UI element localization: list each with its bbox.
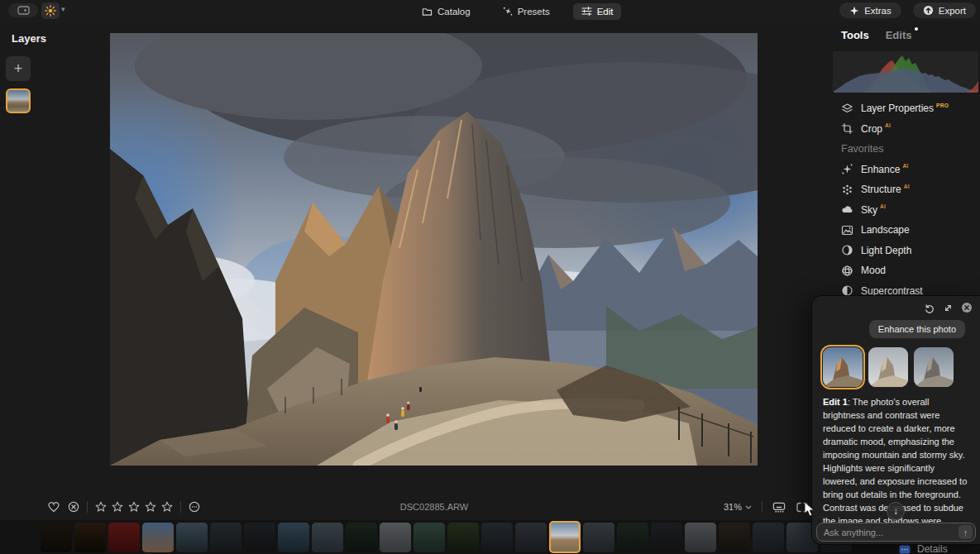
tool-item-enhance[interactable]: EnhanceAI	[831, 160, 980, 180]
tab-edit[interactable]: Edit	[573, 3, 622, 20]
filmstrip-thumb[interactable]	[278, 523, 309, 552]
thumb-dim-overlay	[515, 523, 547, 552]
histogram[interactable]	[833, 51, 978, 93]
star-icon[interactable]	[127, 500, 141, 513]
send-button[interactable]: ↑	[958, 525, 973, 539]
mood-icon	[841, 265, 853, 277]
sky-icon	[841, 203, 853, 216]
thumb-dim-overlay	[583, 523, 614, 552]
reject-icon[interactable]	[67, 500, 80, 513]
filmstrip-thumb[interactable]	[176, 523, 208, 552]
filmstrip-thumb[interactable]	[414, 523, 445, 552]
filmstrip-thumb[interactable]	[380, 523, 411, 552]
star-icon[interactable]	[111, 500, 124, 513]
add-layer-button[interactable]: +	[6, 56, 31, 81]
filmstrip-thumb[interactable]	[583, 523, 614, 552]
thumb-dim-overlay	[481, 523, 513, 552]
filmstrip-thumb-selected[interactable]	[549, 521, 581, 553]
ask-input[interactable]	[817, 528, 958, 537]
tab-presets[interactable]: Presets	[494, 2, 558, 20]
filmstrip-toggle-icon[interactable]	[772, 500, 786, 513]
filmstrip-thumb[interactable]	[142, 523, 174, 552]
ai-badge: AI	[904, 184, 910, 189]
divider	[762, 501, 762, 513]
ask-input-container: ↑	[816, 523, 976, 542]
filmstrip-thumb[interactable]	[108, 523, 140, 552]
landscape-icon	[841, 224, 853, 236]
tab-tools[interactable]: Tools	[841, 29, 869, 41]
filmstrip-thumb[interactable]	[447, 523, 479, 552]
top-bar: ▾ Catalog Presets	[0, 0, 980, 22]
filmstrip-thumb[interactable]	[685, 523, 716, 552]
filename-label: DSC02885.ARW	[376, 502, 492, 512]
photo-canvas[interactable]	[110, 33, 758, 466]
layers-title: Layers	[12, 32, 46, 45]
scroll-down-button[interactable]: ↓	[887, 502, 905, 520]
thumb-dim-overlay	[617, 523, 648, 552]
thumb-dim-overlay	[210, 523, 241, 552]
star-icon[interactable]	[94, 500, 108, 513]
filmstrip-thumb[interactable]	[651, 523, 682, 552]
divider	[87, 501, 88, 513]
filmstrip-thumb[interactable]	[210, 523, 241, 552]
filmstrip-thumb[interactable]	[515, 523, 547, 552]
close-icon[interactable]	[960, 301, 973, 314]
enhance-icon	[841, 163, 853, 175]
layer-thumbnail[interactable]	[6, 88, 31, 113]
tool-item-layer-properties[interactable]: Layer PropertiesPRO	[831, 98, 980, 119]
star-icon[interactable]	[144, 500, 157, 513]
thumb-dim-overlay	[312, 523, 343, 552]
chevron-down-icon[interactable]: ▾	[61, 5, 65, 13]
tool-item-mood[interactable]: Mood	[831, 260, 980, 281]
tool-item-light-depth[interactable]: Light Depth	[831, 241, 980, 261]
thumb-dim-overlay	[685, 523, 716, 552]
undo-icon[interactable]	[922, 301, 935, 314]
histogram-chart	[833, 51, 978, 93]
tools-list: Layer PropertiesPROCropAIFavoritesEnhanc…	[831, 98, 980, 301]
tab-edits-label: Edits	[886, 29, 912, 41]
edit-preview-1[interactable]	[823, 347, 863, 387]
color-label-icon[interactable]	[188, 500, 201, 513]
ai-assistant-panel: Enhance this photo Edit 1: The photo's o…	[812, 296, 980, 544]
filmstrip-thumb[interactable]	[346, 523, 377, 552]
lightdepth-icon	[841, 244, 853, 256]
edits-badge-dot	[915, 27, 918, 31]
tab-catalog[interactable]: Catalog	[414, 3, 479, 20]
filmstrip-thumb[interactable]	[244, 523, 275, 552]
thumb-dim-overlay	[719, 523, 750, 552]
tool-item-details[interactable]: Details	[899, 543, 948, 554]
supercontrast-icon	[841, 284, 853, 297]
ai-badge: AI	[885, 122, 891, 128]
folder-icon	[422, 7, 433, 17]
panel-toggle-button[interactable]	[8, 3, 38, 17]
filmstrip-thumb[interactable]	[753, 523, 784, 552]
filmstrip-thumb[interactable]	[74, 523, 106, 552]
extras-label: Extras	[864, 6, 892, 16]
tool-item-sky[interactable]: SkyAI	[831, 200, 980, 221]
thumb-dim-overlay	[176, 523, 208, 552]
thumb-dim-overlay	[108, 523, 140, 552]
thumb-dim-overlay	[74, 523, 106, 552]
tool-item-crop[interactable]: CropAI	[831, 119, 980, 140]
extras-button[interactable]: Extras	[839, 2, 901, 18]
filmstrip-thumb[interactable]	[481, 523, 513, 552]
tool-item-landscape[interactable]: Landscape	[831, 220, 980, 241]
filmstrip-thumb[interactable]	[41, 523, 72, 552]
export-button[interactable]: Export	[913, 2, 976, 18]
thumb-dim-overlay	[244, 523, 275, 552]
favorite-heart-icon[interactable]	[47, 500, 60, 513]
edit-preview-2[interactable]	[868, 347, 908, 387]
star-icon[interactable]	[160, 500, 174, 513]
relight-button[interactable]	[41, 2, 60, 19]
tab-edits[interactable]: Edits	[886, 29, 912, 41]
filmstrip-thumb[interactable]	[312, 523, 343, 552]
tool-item-structure[interactable]: StructureAI	[831, 179, 980, 200]
structure-icon	[841, 184, 853, 196]
zoom-control[interactable]: 31%	[724, 500, 809, 513]
edit-preview-3[interactable]	[914, 347, 954, 387]
filmstrip-thumb[interactable]	[719, 523, 750, 552]
star-rating[interactable]	[94, 500, 174, 513]
filmstrip-thumb[interactable]	[617, 523, 648, 552]
expand-icon[interactable]	[941, 301, 954, 314]
zoom-level: 31%	[724, 502, 742, 512]
